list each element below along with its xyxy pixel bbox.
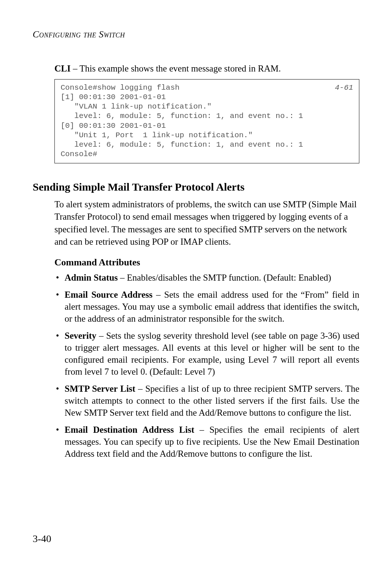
attribute-list: Admin Status – Enables/disables the SMTP… xyxy=(54,272,359,460)
attr-name: Email Source Address xyxy=(65,290,152,300)
attr-name: Email Destination Address List xyxy=(65,425,194,435)
list-item: Severity – Sets the syslog severity thre… xyxy=(54,330,359,378)
attr-name: SMTP Server List xyxy=(65,384,135,394)
section-body: To alert system administrators of proble… xyxy=(54,198,359,460)
cli-label: CLI xyxy=(54,64,70,73)
page-number: 3-40 xyxy=(33,533,51,545)
console-output: 4-61Console#show logging flash [1] 00:01… xyxy=(54,79,359,163)
document-page: Configuring the Switch CLI – This exampl… xyxy=(0,0,392,570)
section-heading: Sending Simple Mail Transfer Protocol Al… xyxy=(33,181,359,193)
body-column: CLI – This example shows the event messa… xyxy=(54,62,359,163)
console-text: Console#show logging flash [1] 00:01:30 … xyxy=(61,84,303,159)
console-ref: 4-61 xyxy=(335,83,353,93)
attr-name: Admin Status xyxy=(65,273,118,282)
list-item: SMTP Server List – Specifies a list of u… xyxy=(54,383,359,419)
list-item: Email Source Address – Sets the email ad… xyxy=(54,289,359,325)
section-paragraph: To alert system administrators of proble… xyxy=(54,198,359,248)
running-head: Configuring the Switch xyxy=(33,29,359,40)
cli-intro-text: – This example shows the event message s… xyxy=(70,64,281,73)
list-item: Admin Status – Enables/disables the SMTP… xyxy=(54,272,359,284)
attr-desc: – Sets the syslog severity threshold lev… xyxy=(65,331,359,376)
list-item: Email Destination Address List – Specifi… xyxy=(54,424,359,460)
attr-name: Severity xyxy=(65,331,96,341)
subheading: Command Attributes xyxy=(54,257,359,268)
attr-desc: – Enables/disables the SMTP function. (D… xyxy=(118,273,331,282)
cli-intro: CLI – This example shows the event messa… xyxy=(54,62,359,76)
